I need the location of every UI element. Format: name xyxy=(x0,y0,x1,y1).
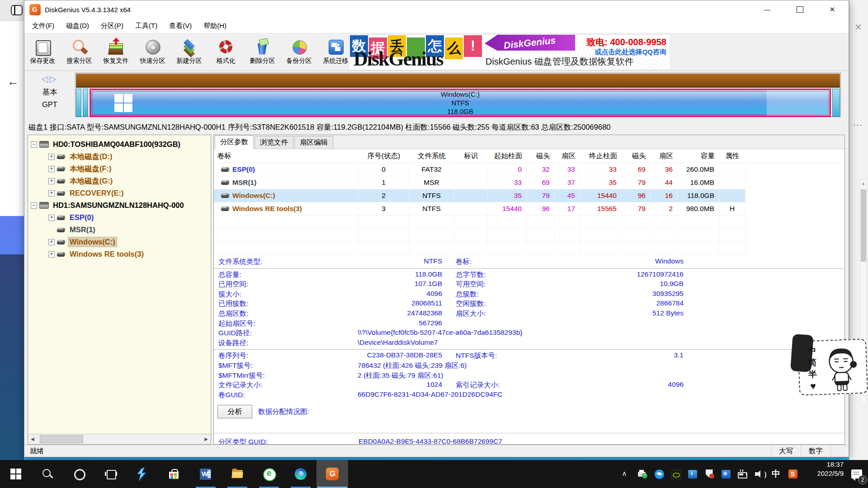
sogou-tray-button[interactable] xyxy=(784,460,801,488)
diskgenius-button[interactable] xyxy=(316,460,348,488)
partition-name: Windows(C:) xyxy=(441,90,480,99)
search-button[interactable] xyxy=(32,460,63,488)
search-partition-button[interactable]: 搜索分区 xyxy=(61,34,98,70)
menu-item-4[interactable]: 工具(T) xyxy=(129,22,163,30)
sidebar-item[interactable]: +RECOVERY(E:) xyxy=(28,187,211,199)
printer-tray-button[interactable] xyxy=(634,460,651,488)
tab-3[interactable]: 扇区编辑 xyxy=(294,136,333,149)
recover-files-button[interactable]: 恢复文件 xyxy=(98,34,134,70)
expand-icon[interactable]: + xyxy=(48,215,55,221)
menu-item-2[interactable]: 磁盘(D) xyxy=(60,22,95,30)
battery-tray-button[interactable] xyxy=(734,460,751,488)
security-shield-tray-button[interactable] xyxy=(701,460,717,488)
tab-2[interactable]: 浏览文件 xyxy=(255,136,293,149)
close-button[interactable] xyxy=(816,0,849,19)
action-center-button[interactable]: 2 xyxy=(845,460,868,488)
sidebar-item[interactable]: −HD1:SAMSUNGMZNLN128HAHQ-000 xyxy=(28,199,211,211)
delete-partition-icon xyxy=(254,39,271,56)
tree-horizontal-scrollbar[interactable] xyxy=(28,434,211,444)
sidebar-item[interactable]: +本地磁盘(D:) xyxy=(28,150,211,163)
quick-partition-button[interactable]: 快速分区 xyxy=(134,34,171,70)
dingtalk-tray-button[interactable] xyxy=(651,460,667,488)
sidebar-item[interactable]: +本地磁盘(G:) xyxy=(28,175,211,187)
scroll-thumb[interactable] xyxy=(40,435,83,443)
table-row[interactable]: MSR(1)1MSR33693735794416.0MB xyxy=(214,176,745,189)
sidebar-item[interactable]: −HD0:TOSHIBAMQ04ABF100(932GB) xyxy=(28,138,211,150)
volume-name: Windows(C:) xyxy=(232,192,275,200)
sidebar-item[interactable]: +ESP(0) xyxy=(28,211,211,224)
prev-disk-icon[interactable]: ◁ xyxy=(41,74,50,84)
tray-expand-button[interactable] xyxy=(617,460,634,488)
table-cell xyxy=(454,189,488,202)
table-cell xyxy=(214,242,359,254)
detail-value: NTFS xyxy=(295,257,442,265)
detail-row: $MFT簇号:786432 (柱面:426 磁头:239 扇区:6) xyxy=(214,361,844,371)
partition-msr-bar[interactable] xyxy=(83,89,88,117)
store-button[interactable] xyxy=(158,460,190,488)
sidebar-item[interactable]: MSR(1) xyxy=(28,224,211,236)
table-cell: 96 xyxy=(527,202,555,215)
task-view-icon xyxy=(104,468,117,480)
minimize-button[interactable] xyxy=(751,0,783,19)
next-disk-icon[interactable]: ▷ xyxy=(50,74,58,84)
toolbar-button-label: 新建分区 xyxy=(177,57,202,65)
analyze-button[interactable]: 分析 xyxy=(217,405,252,418)
sidebar-item[interactable]: +本地磁盘(F:) xyxy=(28,163,211,175)
cartoon-character xyxy=(819,343,865,392)
volume-tray-button[interactable] xyxy=(751,460,768,488)
maximize-button[interactable] xyxy=(783,0,816,19)
background-close-icon[interactable]: ✕ xyxy=(854,22,862,33)
table-cell: 44 xyxy=(651,176,678,189)
format-button[interactable]: 格式化 xyxy=(208,34,244,70)
tab-1[interactable]: 分区参数 xyxy=(215,135,254,149)
table-cell xyxy=(527,216,555,228)
browser-green-button[interactable] xyxy=(253,460,285,488)
expand-icon[interactable]: + xyxy=(48,178,55,184)
nvidia-tray-button[interactable] xyxy=(667,460,684,488)
backup-partition-button[interactable]: 备份分区 xyxy=(281,34,317,70)
sidebar-item[interactable]: +Windows(C:) xyxy=(28,236,211,248)
thunder-button[interactable] xyxy=(127,460,158,488)
taskbar-clock[interactable]: 18:37 2022/5/9 xyxy=(803,460,845,488)
menu-item-5[interactable]: 查看(V) xyxy=(163,22,198,30)
toolbar-button-label: 系统迁移 xyxy=(323,57,349,65)
partition-winre-bar[interactable] xyxy=(832,89,840,117)
partition-esp-bar[interactable] xyxy=(76,89,81,117)
new-partition-button[interactable]: 新建分区 xyxy=(171,34,208,70)
expand-icon[interactable]: + xyxy=(48,166,55,172)
table-row[interactable]: ESP(0)0FAT3203233336936260.0MB xyxy=(214,163,745,176)
table-row[interactable]: Windows RE tools(3)3NTFS1544096171556579… xyxy=(214,202,745,216)
partition-windows-bar[interactable]: Windows(C:) NTFS 118.0GB xyxy=(90,89,831,117)
word-button[interactable] xyxy=(190,460,222,488)
collapse-icon[interactable]: − xyxy=(31,141,37,148)
sidebar-item[interactable]: +Windows RE tools(3) xyxy=(28,248,211,260)
expand-icon[interactable]: + xyxy=(48,154,55,160)
intel-gpu-tray-button[interactable] xyxy=(684,460,701,488)
expand-icon[interactable]: + xyxy=(48,190,55,197)
menu-item-1[interactable]: 文件(F) xyxy=(26,22,60,30)
menu-item-3[interactable]: 分区(P) xyxy=(95,22,129,30)
cortana-button[interactable] xyxy=(63,460,95,488)
snowflake-tray-button[interactable] xyxy=(717,460,734,488)
edge-button[interactable] xyxy=(285,460,316,488)
start-button[interactable] xyxy=(0,460,32,488)
disk-scheme-label: GPT xyxy=(33,100,67,109)
table-cell: 2 xyxy=(359,189,409,202)
file-explorer-button[interactable] xyxy=(222,460,253,488)
ime-zh-tray-button[interactable]: 中 xyxy=(768,460,784,488)
expand-icon[interactable]: + xyxy=(48,251,55,258)
detail-row: 卷GUID:66D9C7F6-8231-4D34-AD67-201D26DC94… xyxy=(214,390,844,400)
table-row[interactable]: Windows(C:)2NTFS357945154409616118.0GB xyxy=(214,189,745,202)
collapse-icon[interactable]: − xyxy=(31,202,37,209)
ad-banner[interactable]: 数据丢怎么! DiskGenius DiskGenius 致电: 400-008… xyxy=(349,34,670,70)
table-cell: 980.0MB xyxy=(678,202,719,215)
ellipsis-menu-icon[interactable]: ··· xyxy=(853,121,863,129)
clock-time: 18:37 xyxy=(803,460,844,469)
menu-item-6[interactable]: 帮助(H) xyxy=(198,22,232,30)
ime-floating-widget[interactable]: 中简半♥ xyxy=(797,338,868,395)
task-view-button[interactable] xyxy=(95,460,127,488)
expand-icon[interactable]: + xyxy=(48,239,55,245)
save-changes-button[interactable]: 保存更改 xyxy=(24,34,61,70)
tree-item-label: RECOVERY(E:) xyxy=(68,188,125,198)
delete-partition-button[interactable]: 删除分区 xyxy=(244,34,281,70)
